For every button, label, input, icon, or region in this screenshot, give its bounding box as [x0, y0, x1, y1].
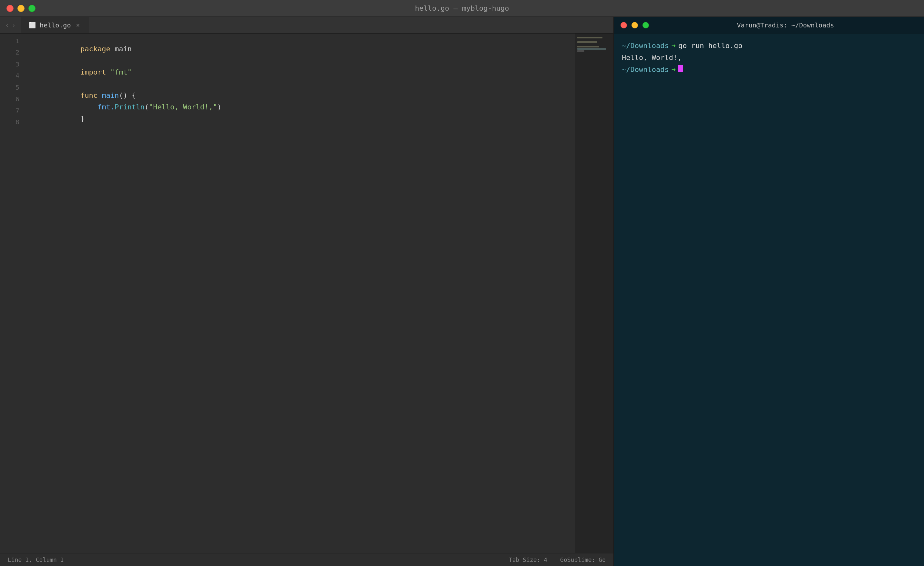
terminal-pane: Varun@Tradis: ~/Downloads ~/Downloads ➜ … — [614, 17, 924, 566]
nav-forward-icon[interactable]: › — [12, 21, 15, 29]
line-number-8: 8 — [6, 118, 20, 126]
line-number-5: 5 — [6, 84, 20, 91]
editor-tab-hello-go[interactable]: ⬜ hello.go ✕ — [21, 17, 89, 33]
line-number-4: 4 — [6, 72, 20, 79]
tab-size: Tab Size: 4 — [509, 556, 547, 563]
nav-arrows: ‹ › — [0, 17, 21, 33]
terminal-title: Varun@Tradis: ~/Downloads — [654, 21, 918, 29]
code-line-1: 1 package main — [0, 37, 574, 48]
line-number-1: 1 — [6, 37, 20, 45]
line-number-7: 7 — [6, 107, 20, 115]
minimap — [574, 34, 614, 553]
terminal-command-1: go run hello.go — [678, 40, 742, 51]
line-number-6: 6 — [6, 95, 20, 103]
code-area[interactable]: 1 package main 2 3 import "fmt" — [0, 34, 574, 553]
nav-back-icon[interactable]: ‹ — [5, 21, 9, 29]
minimap-line-3 — [577, 41, 597, 43]
terminal-line-output: Hello, World!, — [622, 52, 916, 63]
code-line-3: 3 import "fmt" — [0, 60, 574, 72]
file-icon: ⬜ — [29, 22, 36, 28]
terminal-output-1: Hello, World!, — [622, 52, 681, 63]
line-number-2: 2 — [6, 48, 20, 56]
minimap-content — [574, 34, 614, 57]
terminal-title-bar: Varun@Tradis: ~/Downloads — [614, 17, 924, 34]
traffic-lights — [6, 5, 36, 12]
window-title: hello.go — myblog-hugo — [415, 4, 509, 12]
status-bar: Line 1, Column 1 Tab Size: 4 GoSublime: … — [0, 553, 614, 566]
tab-bar: ‹ › ⬜ hello.go ✕ — [0, 17, 614, 34]
editor-body[interactable]: 1 package main 2 3 import "fmt" — [0, 34, 614, 553]
tab-close-button[interactable]: ✕ — [75, 22, 81, 28]
minimap-line-5 — [577, 46, 599, 48]
tab-label: hello.go — [40, 21, 71, 29]
terminal-body[interactable]: ~/Downloads ➜ go run hello.go Hello, Wor… — [614, 34, 924, 566]
terminal-cursor — [678, 65, 683, 72]
minimize-button[interactable] — [17, 5, 24, 12]
line-number-3: 3 — [6, 60, 20, 68]
status-right: Tab Size: 4 GoSublime: Go — [509, 556, 606, 563]
maximize-button[interactable] — [28, 5, 36, 12]
cursor-position: Line 1, Column 1 — [8, 556, 64, 563]
syntax-label: GoSublime: Go — [560, 556, 606, 563]
line-content-1: package main — [29, 37, 132, 61]
minimap-line-7 — [577, 50, 584, 52]
main-content: ‹ › ⬜ hello.go ✕ 1 package main — [0, 17, 924, 566]
close-button[interactable] — [6, 5, 14, 12]
code-line-5: 5 func main() { — [0, 83, 574, 95]
terminal-minimize-button[interactable] — [632, 22, 638, 28]
terminal-line-prompt2: ~/Downloads ➜ — [622, 64, 916, 75]
editor-pane: ‹ › ⬜ hello.go ✕ 1 package main — [0, 17, 614, 566]
terminal-maximize-button[interactable] — [642, 22, 649, 28]
terminal-arrow-1: ➜ — [672, 40, 676, 51]
code-line-6: 6 fmt.Println("Hello, World!,") — [0, 95, 574, 106]
line-content-7: } — [29, 106, 85, 131]
title-bar: hello.go — myblog-hugo — [0, 0, 924, 17]
terminal-prompt-2: ~/Downloads — [622, 64, 669, 75]
terminal-close-button[interactable] — [621, 22, 627, 28]
terminal-prompt-1: ~/Downloads — [622, 40, 669, 51]
minimap-line-6 — [577, 48, 606, 50]
terminal-arrow-2: ➜ — [672, 64, 676, 75]
terminal-line-command: ~/Downloads ➜ go run hello.go — [622, 40, 916, 51]
code-line-8: 8 — [0, 118, 574, 130]
minimap-line-1 — [577, 37, 603, 38]
line-content-3: import "fmt" — [29, 60, 132, 84]
